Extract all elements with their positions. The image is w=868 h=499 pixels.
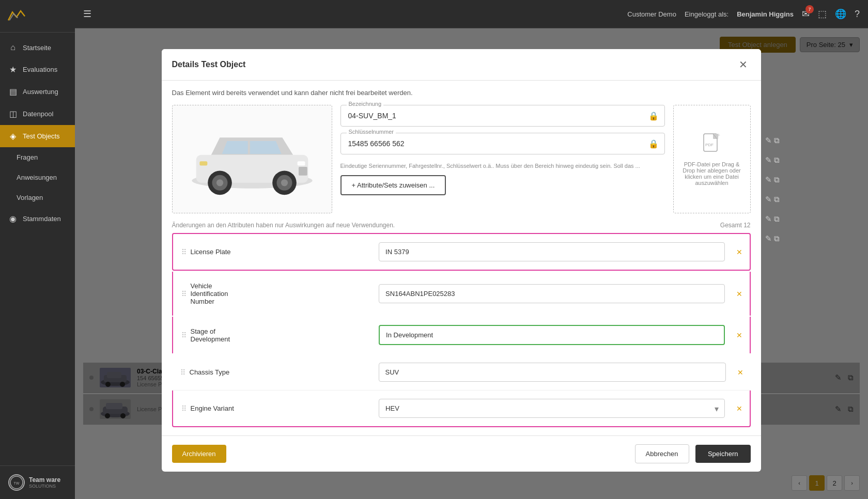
svg-text:PDF: PDF <box>705 143 714 147</box>
modal-notice: Das Element wird bereits verwendet und k… <box>172 89 751 97</box>
star-icon: ★ <box>8 65 18 74</box>
modal-dialog: Details Test Object ✕ Das Element wird b… <box>162 49 761 472</box>
changes-notice-row: Änderungen an den Attributen haben nur A… <box>172 222 751 229</box>
sidebar: ⌂ Startseite ★ Evaluations ▤ Auswertung … <box>0 0 75 499</box>
drag-handle-icon: ⠿ <box>180 368 185 377</box>
sidebar-item-anweisungen[interactable]: Anweisungen <box>0 167 75 188</box>
copy-button[interactable]: ⧉ <box>774 155 780 165</box>
svg-text:+: + <box>717 133 720 138</box>
cancel-button[interactable]: Abbrechen <box>635 444 689 463</box>
footer-brand: Team ware <box>29 476 60 484</box>
sidebar-toggle-button[interactable]: ☰ <box>83 8 91 20</box>
attr-row-vin: ⠿ Vehicle Identification Number ✕ <box>172 272 751 316</box>
lock-icon-2: 🔒 <box>648 139 659 149</box>
notification-badge: 7 <box>805 5 814 13</box>
topbar-left: ☰ <box>83 8 91 20</box>
sidebar-item-auswertung[interactable]: ▤ Auswertung <box>0 81 75 103</box>
action-row: ✎ ⧉ <box>763 210 782 228</box>
attr-value-license-plate <box>375 237 729 267</box>
customer-label: Customer Demo <box>627 10 676 18</box>
sidebar-navigation: ⌂ Startseite ★ Evaluations ▤ Auswertung … <box>0 33 75 465</box>
sidebar-item-label: Stammdaten <box>23 215 61 223</box>
svg-point-16 <box>216 179 223 186</box>
attr-row-engine: ⠿ Engine Variant HEV ICE BEV PHEV <box>172 391 751 427</box>
vin-input[interactable] <box>379 284 724 303</box>
copy-button[interactable]: ⧉ <box>774 214 780 224</box>
sidebar-item-label: Evaluations <box>23 66 57 73</box>
engine-variant-select[interactable]: HEV ICE BEV PHEV <box>379 399 724 418</box>
edit-button[interactable]: ✎ <box>765 175 772 184</box>
delete-stage-button[interactable]: ✕ <box>729 329 750 341</box>
edit-button[interactable]: ✎ <box>765 136 772 145</box>
database-icon: ◫ <box>8 109 18 119</box>
sidebar-item-vorlagen[interactable]: Vorlagen <box>0 188 75 208</box>
drag-handle-icon: ⠿ <box>181 248 187 256</box>
sidebar-item-test-objects[interactable]: ◈ Test Objects <box>0 125 75 147</box>
assign-attributes-button[interactable]: + Attribute/Sets zuweisen ... <box>340 175 446 195</box>
drag-handle-icon: ⠿ <box>181 331 187 339</box>
delete-vin-button[interactable]: ✕ <box>729 288 750 300</box>
engine-select-wrapper: HEV ICE BEV PHEV ▾ <box>379 399 724 418</box>
bezeichnung-input[interactable] <box>340 105 665 127</box>
modal-close-button[interactable]: ✕ <box>736 57 751 72</box>
delete-engine-button[interactable]: ✕ <box>729 402 750 415</box>
delete-license-plate-button[interactable]: ✕ <box>729 246 750 258</box>
sidebar-footer: TW Team ware SOLUTIONS <box>0 465 75 499</box>
attr-name-chassis: ⠿ Chassis Type <box>172 361 243 384</box>
sidebar-item-startseite[interactable]: ⌂ Startseite <box>0 37 75 58</box>
stammdaten-icon: ◉ <box>8 214 18 224</box>
action-row: ✎ ⧉ <box>763 191 782 208</box>
language-button[interactable]: 🌐 <box>835 8 846 20</box>
help-button[interactable]: ? <box>855 9 860 20</box>
archive-button[interactable]: Archivieren <box>172 445 226 463</box>
test-objects-icon: ◈ <box>8 131 18 141</box>
chassis-input[interactable] <box>379 363 726 382</box>
changes-notice-text: Änderungen an den Attributen haben nur A… <box>172 222 395 229</box>
stage-input[interactable] <box>379 325 724 345</box>
attr-value-engine: HEV ICE BEV PHEV ▾ <box>375 394 729 423</box>
pdf-hint-text: PDF-Datei per Drag & Drop hier ablegen o… <box>682 161 742 186</box>
edit-button[interactable]: ✎ <box>765 195 772 204</box>
sidebar-item-stammdaten[interactable]: ◉ Stammdaten <box>0 208 75 230</box>
action-row: ✎ ⧉ <box>763 171 782 189</box>
svg-rect-21 <box>199 161 207 165</box>
schluessel-input[interactable] <box>340 133 665 154</box>
footer-actions: Abbrechen Speichern <box>635 444 751 463</box>
copy-button[interactable]: ⧉ <box>774 175 780 184</box>
chart-icon: ▤ <box>8 87 18 97</box>
sidebar-item-label: Fragen <box>17 153 38 161</box>
attr-name-license-plate: ⠿ License Plate <box>173 241 244 263</box>
edit-button[interactable]: ✎ <box>765 155 772 165</box>
sidebar-item-datenpool[interactable]: ◫ Datenpool <box>0 103 75 125</box>
attr-row-chassis: ⠿ Chassis Type ✕ <box>172 354 751 391</box>
attr-value-chassis <box>375 357 730 387</box>
attributes-section: ⠿ License Plate ✕ ⠿ Vehicle Identificati… <box>172 233 751 427</box>
topbar-right: Customer Demo Eingeloggt als: Benjamin H… <box>627 8 860 20</box>
pdf-upload-box[interactable]: PDF + PDF-Datei per Drag & Drop hier abl… <box>673 105 751 213</box>
copy-button[interactable]: ⧉ <box>774 195 780 204</box>
schluessel-hint: Eindeutige Seriennummer, Fahrgestellnr.,… <box>340 163 665 169</box>
attr-name-stage: ⠿ Stage of Development <box>173 320 244 350</box>
pdf-icon: PDF + <box>703 133 721 157</box>
sidebar-item-fragen[interactable]: Fragen <box>0 147 75 167</box>
total-count: Gesamt 12 <box>720 222 751 229</box>
license-plate-input[interactable] <box>379 242 724 261</box>
action-row: ✎ ⧉ <box>763 151 782 169</box>
copy-button[interactable]: ⧉ <box>774 234 780 243</box>
schluessel-field: Schlüsselnummer 🔒 <box>340 133 665 154</box>
edit-button[interactable]: ✎ <box>765 214 772 224</box>
logout-button[interactable]: ⬚ <box>818 8 827 20</box>
edit-button[interactable]: ✎ <box>765 234 772 243</box>
right-edit-panel: ✎ ⧉ ✎ ⧉ ✎ ⧉ ✎ ⧉ ✎ ⧉ ✎ ⧉ <box>763 132 782 247</box>
sidebar-item-evaluations[interactable]: ★ Evaluations <box>0 58 75 81</box>
schluessel-label: Schlüsselnummer <box>347 129 396 135</box>
topbar: ☰ Customer Demo Eingeloggt als: Benjamin… <box>75 0 868 28</box>
svg-rect-22 <box>299 167 307 176</box>
object-header: Bezeichnung 🔒 Schlüsselnummer 🔒 Eindeuti… <box>172 105 751 213</box>
copy-button[interactable]: ⧉ <box>774 136 780 145</box>
home-icon: ⌂ <box>8 43 18 52</box>
sidebar-item-label: Startseite <box>23 44 51 52</box>
modal-header: Details Test Object ✕ <box>162 49 761 81</box>
delete-chassis-button[interactable]: ✕ <box>730 366 751 379</box>
save-button[interactable]: Speichern <box>695 445 751 463</box>
